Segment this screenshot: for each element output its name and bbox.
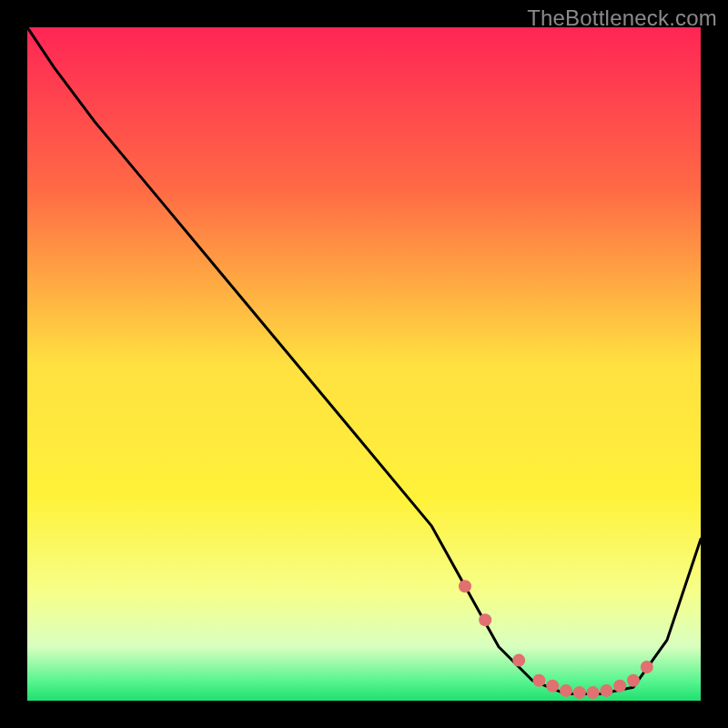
sweet-spot-dot [600,684,612,697]
chart-svg [27,27,701,701]
sweet-spot-dot [532,674,545,687]
sweet-spot-dot [641,661,653,673]
sweet-spot-dot [512,654,525,667]
sweet-spot-dot [627,674,640,687]
sweet-spot-dot [613,680,626,693]
sweet-spot-dot [560,684,572,697]
sweet-spot-dot [587,686,600,699]
chart-frame: TheBottleneck.com [0,0,728,728]
sweet-spot-dot [479,613,491,626]
sweet-spot-dot [546,680,559,693]
gradient-background [27,27,701,701]
sweet-spot-dot [573,686,586,699]
sweet-spot-dot [459,580,471,592]
plot-area [27,27,701,701]
